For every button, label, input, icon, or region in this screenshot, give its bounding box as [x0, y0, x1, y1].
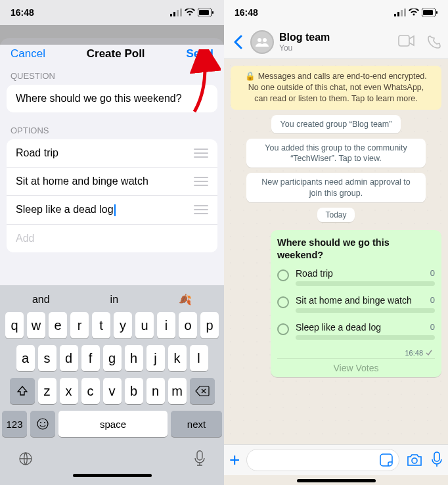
globe-icon[interactable]	[18, 451, 34, 467]
key[interactable]: k	[168, 345, 187, 371]
svg-point-19	[258, 38, 261, 42]
chat-title-block[interactable]: Blog team You	[279, 32, 393, 53]
key[interactable]: y	[114, 312, 132, 338]
key[interactable]: b	[125, 378, 143, 404]
home-indicator	[73, 474, 152, 477]
key[interactable]: i	[157, 312, 175, 338]
question-input[interactable]: Where should we go this weekend?	[7, 85, 217, 112]
key[interactable]: f	[81, 345, 100, 371]
chevron-left-icon	[233, 35, 242, 49]
key[interactable]: z	[38, 378, 56, 404]
key[interactable]: g	[103, 345, 122, 371]
encryption-banner[interactable]: 🔒 Messages and calls are end-to-end encr…	[231, 66, 441, 110]
back-button[interactable]	[231, 35, 245, 49]
key[interactable]: u	[135, 312, 154, 338]
backspace-key[interactable]	[190, 378, 215, 404]
keyboard: and in 🍂 q w e r t y u i o p a s d f	[0, 285, 224, 485]
key[interactable]: t	[92, 312, 110, 338]
view-votes-button[interactable]: View Votes	[277, 358, 435, 373]
backspace-icon	[195, 386, 210, 396]
keyboard-bottom-bar	[2, 444, 222, 470]
poll-option[interactable]: Sit at home and binge watch 0	[277, 295, 435, 319]
key[interactable]: w	[27, 312, 45, 338]
mic-icon[interactable]	[193, 450, 206, 467]
key[interactable]: q	[5, 312, 24, 338]
input-actions	[406, 451, 443, 469]
emoji-key[interactable]	[30, 411, 55, 437]
poll-message[interactable]: Where should we go this weekend? Road tr…	[271, 230, 441, 377]
modal-backdrop	[0, 25, 224, 45]
option-add-row[interactable]: Add	[7, 225, 217, 252]
phone-call-icon[interactable]	[427, 35, 441, 49]
option-row[interactable]: Sit at home and binge watch	[7, 168, 217, 196]
option-row[interactable]: Sleep like a dead log	[7, 196, 217, 225]
drag-handle-icon[interactable]	[194, 177, 208, 186]
emoji-icon	[36, 417, 49, 430]
prediction[interactable]: in	[110, 294, 118, 306]
message-meta: 16:48	[277, 349, 435, 357]
key[interactable]: d	[60, 345, 78, 371]
video-call-icon[interactable]	[398, 35, 415, 47]
poll-progress-bar	[296, 281, 435, 286]
signal-icon	[394, 9, 406, 16]
option-text: Road trip	[16, 147, 194, 159]
send-button[interactable]: Send	[186, 47, 213, 60]
message-time: 16:48	[405, 349, 423, 357]
prediction[interactable]: and	[32, 294, 50, 306]
svg-point-20	[263, 38, 267, 42]
group-avatar[interactable]	[250, 30, 274, 54]
attach-button[interactable]: +	[229, 450, 240, 471]
key-row-1: q w e r t y u i o p	[2, 312, 222, 338]
key[interactable]: p	[200, 312, 219, 338]
poll-radio-icon[interactable]	[277, 269, 289, 281]
poll-radio-icon[interactable]	[277, 323, 289, 335]
option-row[interactable]: Road trip	[7, 139, 217, 168]
key[interactable]: h	[125, 345, 143, 371]
key[interactable]: o	[179, 312, 197, 338]
poll-radio-icon[interactable]	[277, 296, 289, 308]
shift-key[interactable]	[10, 378, 35, 404]
poll-progress-bar	[296, 335, 435, 340]
key[interactable]: s	[38, 345, 56, 371]
key[interactable]: n	[146, 378, 165, 404]
header-actions	[398, 35, 441, 49]
text-cursor	[114, 204, 116, 216]
chat-body[interactable]: 🔒 Messages and calls are end-to-end encr…	[224, 59, 448, 444]
system-message[interactable]: You added this group to the community “T…	[246, 139, 426, 168]
key[interactable]: r	[70, 312, 89, 338]
svg-rect-12	[394, 14, 396, 16]
camera-icon[interactable]	[406, 453, 423, 467]
status-bar: 16:48	[0, 0, 224, 25]
message-input[interactable]	[246, 449, 399, 471]
poll-option[interactable]: Sleep like a dead log 0	[277, 322, 435, 346]
cancel-button[interactable]: Cancel	[11, 47, 45, 60]
poll-option[interactable]: Road trip 0	[277, 268, 435, 292]
drag-handle-icon[interactable]	[194, 149, 208, 158]
sticker-icon[interactable]	[379, 453, 393, 467]
date-separator: Today	[317, 208, 354, 222]
group-icon	[255, 37, 269, 47]
space-key[interactable]: space	[58, 411, 168, 437]
status-time: 16:48	[235, 7, 258, 18]
status-icons	[170, 9, 213, 16]
key[interactable]: v	[103, 378, 122, 404]
poll-option-count: 0	[430, 268, 435, 278]
key[interactable]: j	[146, 345, 165, 371]
svg-rect-22	[380, 454, 392, 466]
drag-handle-icon[interactable]	[194, 205, 208, 214]
key[interactable]: l	[190, 345, 208, 371]
key[interactable]: c	[81, 378, 100, 404]
option-text: Sit at home and binge watch	[16, 175, 194, 187]
svg-point-9	[44, 422, 45, 423]
svg-rect-14	[401, 10, 403, 16]
numeric-key[interactable]: 123	[2, 411, 27, 437]
key[interactable]: x	[60, 378, 78, 404]
status-bar: 16:48	[224, 0, 448, 25]
key[interactable]: e	[49, 312, 67, 338]
mic-icon[interactable]	[431, 451, 443, 469]
key[interactable]: a	[16, 345, 35, 371]
next-key[interactable]: next	[171, 411, 222, 437]
key[interactable]: m	[168, 378, 187, 404]
status-time: 16:48	[11, 7, 34, 18]
prediction-emoji[interactable]: 🍂	[179, 293, 192, 306]
